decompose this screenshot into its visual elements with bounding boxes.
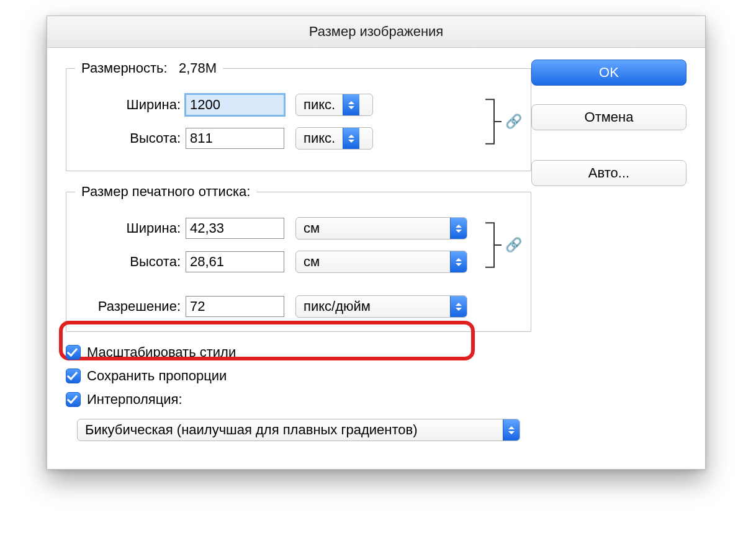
bracket-icon <box>483 83 505 161</box>
pixel-height-unit: пикс. <box>296 128 343 149</box>
pixel-height-input[interactable] <box>186 128 284 149</box>
interpolation-method-value: Бикубическая (наилучшая для плавных град… <box>78 419 503 440</box>
bracket-icon <box>483 206 505 284</box>
pixel-width-input[interactable] <box>186 94 284 115</box>
pixel-width-unit-select[interactable]: пикс. <box>295 94 373 116</box>
ok-button[interactable]: OK <box>531 60 686 86</box>
print-height-unit-select[interactable]: см <box>295 251 467 273</box>
pixel-width-unit: пикс. <box>296 94 343 115</box>
print-width-unit-select[interactable]: см <box>295 217 467 239</box>
pixel-height-label: Высота: <box>75 130 186 146</box>
chevron-updown-icon <box>343 94 359 115</box>
print-height-input[interactable] <box>186 251 284 272</box>
print-size-group: Размер печатного оттиска: Ширина: см Выс… <box>66 184 531 332</box>
auto-button[interactable]: Авто... <box>531 160 686 186</box>
link-icon: 🔗 <box>505 206 522 284</box>
scale-styles-label: Масштабировать стили <box>87 344 236 360</box>
cancel-button[interactable]: Отмена <box>531 104 686 130</box>
resolution-unit: пикс/дюйм <box>296 296 450 317</box>
resolution-unit-select[interactable]: пикс/дюйм <box>295 295 467 318</box>
chevron-updown-icon <box>450 251 467 272</box>
resolution-label: Разрешение: <box>75 298 186 315</box>
chevron-updown-icon <box>450 218 467 239</box>
chevron-updown-icon <box>450 296 467 317</box>
keep-proportions-checkbox[interactable] <box>66 369 81 383</box>
interpolation-label: Интерполяция: <box>87 391 182 408</box>
keep-proportions-label: Сохранить пропорции <box>87 368 227 384</box>
scale-styles-checkbox[interactable] <box>66 345 81 360</box>
print-size-legend: Размер печатного оттиска: <box>75 184 256 200</box>
chevron-updown-icon <box>343 128 359 149</box>
print-width-input[interactable] <box>186 218 284 239</box>
print-height-unit: см <box>296 251 450 272</box>
interpolation-method-select[interactable]: Бикубическая (наилучшая для плавных град… <box>77 419 520 441</box>
pixel-width-label: Ширина: <box>75 97 186 113</box>
pixel-height-unit-select[interactable]: пикс. <box>295 127 373 150</box>
print-width-unit: см <box>296 218 450 239</box>
link-icon: 🔗 <box>505 83 522 161</box>
pixel-dimensions-legend-label: Размерность: <box>81 60 168 76</box>
resolution-input[interactable] <box>186 296 284 317</box>
print-height-label: Высота: <box>75 254 186 270</box>
pixel-dimensions-legend: Размерность: 2,78M <box>75 60 223 76</box>
dialog-title: Размер изображения <box>47 16 705 48</box>
dialog-window: Размер изображения Размерность: 2,78M Ши… <box>47 16 706 470</box>
chevron-updown-icon <box>503 419 520 440</box>
pixel-dimensions-group: Размерность: 2,78M Ширина: пикс. Высота: <box>66 60 531 171</box>
interpolation-checkbox[interactable] <box>66 392 81 407</box>
pixel-dimensions-size-value: 2,78M <box>179 60 217 76</box>
print-width-label: Ширина: <box>75 220 186 236</box>
